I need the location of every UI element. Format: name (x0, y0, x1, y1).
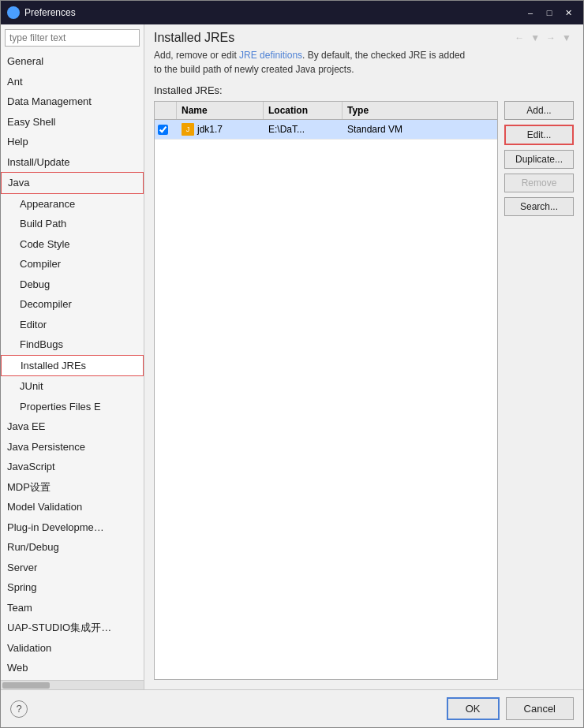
sidebar-item-model-validation[interactable]: Model Validation (1, 497, 144, 517)
nav-arrows: ← ▼ → ▼ (512, 31, 574, 45)
window-title: Preferences (24, 7, 522, 18)
sidebar-item-server[interactable]: Server (1, 558, 144, 578)
sidebar-item-decompiler[interactable]: Decompiler (1, 294, 144, 315)
sidebar-item-build-path[interactable]: Build Path (1, 214, 144, 234)
help-button[interactable]: ? (10, 700, 28, 718)
sidebar-item-validation[interactable]: Validation (1, 638, 144, 659)
sidebar-item-java-ee[interactable]: Java EE (1, 416, 144, 437)
sidebar-item-findbugs[interactable]: FindBugs (1, 334, 144, 355)
side-buttons: Add... Edit... Duplicate... Remove Searc… (498, 101, 574, 680)
sidebar-item-ant[interactable]: Ant (1, 72, 144, 92)
description-text: Add, remove or edit JRE definitions. By … (154, 48, 574, 77)
sidebar-item-java[interactable]: Java (1, 172, 144, 194)
jre-name: jdk1.7 (197, 124, 223, 135)
jre-table-header: Name Location Type (155, 102, 497, 120)
row-type: Standard VM (343, 121, 497, 138)
sidebar-item-run-debug[interactable]: Run/Debug (1, 537, 144, 558)
bottom-buttons: OK Cancel (447, 697, 574, 720)
sidebar-item-spring[interactable]: Spring (1, 577, 144, 598)
jre-checkbox[interactable] (158, 125, 168, 135)
sidebar-item-install-update[interactable]: Install/Update (1, 152, 144, 173)
edit-button[interactable]: Edit... (504, 125, 574, 145)
minimize-button[interactable]: – (522, 4, 539, 21)
search-button[interactable]: Search... (504, 197, 574, 216)
sidebar-item-junit[interactable]: JUnit (1, 376, 144, 397)
sidebar-item-code-style[interactable]: Code Style (1, 234, 144, 255)
sidebar-item-java-persistence[interactable]: Java Persistence (1, 437, 144, 457)
panel-title: Installed JREs (154, 31, 234, 45)
sidebar-item-appearance[interactable]: Appearance (1, 194, 144, 215)
sidebar-item-team[interactable]: Team (1, 598, 144, 618)
bottom-bar: ? OK Cancel (1, 689, 583, 727)
forward-arrow[interactable]: → (544, 31, 558, 45)
col-type[interactable]: Type (343, 102, 497, 119)
tree-container: GeneralAntData ManagementEasy ShellHelpI… (1, 51, 144, 680)
forward-dropdown[interactable]: ▼ (560, 31, 574, 45)
sidebar: GeneralAntData ManagementEasy ShellHelpI… (1, 24, 144, 689)
back-arrow[interactable]: ← (512, 31, 526, 45)
cancel-button[interactable]: Cancel (506, 697, 574, 720)
col-check (155, 102, 177, 119)
sidebar-item-editor[interactable]: Editor (1, 315, 144, 335)
col-location[interactable]: Location (264, 102, 343, 119)
sidebar-item-properties-files[interactable]: Properties Files E (1, 397, 144, 417)
sidebar-item-uap-studio[interactable]: UAP-STUDIO集成开… (1, 618, 144, 638)
sidebar-item-installed-jres[interactable]: Installed JREs (1, 355, 144, 377)
sidebar-item-javascript[interactable]: JavaScript (1, 457, 144, 477)
section-label: Installed JREs: (154, 84, 574, 96)
jre-table-body: J jdk1.7 E:\DaT... Standard VM (155, 120, 497, 679)
jre-table: Name Location Type J jdk1 (154, 101, 498, 680)
scrollbar-thumb[interactable] (2, 682, 50, 689)
maximize-button[interactable]: □ (541, 4, 558, 21)
col-name[interactable]: Name (177, 102, 264, 119)
sidebar-item-mdp[interactable]: MDP设置 (1, 477, 144, 498)
sidebar-item-compiler[interactable]: Compiler (1, 254, 144, 274)
preferences-window: Preferences – □ ✕ GeneralAntData Managem… (0, 0, 584, 728)
ok-button[interactable]: OK (447, 697, 500, 720)
sidebar-item-help[interactable]: Help (1, 132, 144, 152)
sidebar-item-easy-shell[interactable]: Easy Shell (1, 112, 144, 133)
filter-input[interactable] (5, 29, 140, 47)
jre-link[interactable]: JRE definitions (239, 50, 302, 61)
panel-body: Add, remove or edit JRE definitions. By … (144, 48, 583, 689)
sidebar-item-web[interactable]: Web (1, 658, 144, 678)
sidebar-scrollbar[interactable] (1, 680, 144, 689)
app-icon (7, 6, 20, 19)
right-panel: Installed JREs ← ▼ → ▼ Add, remove or ed… (144, 24, 583, 689)
sidebar-item-debug[interactable]: Debug (1, 274, 144, 295)
duplicate-button[interactable]: Duplicate... (504, 150, 574, 169)
table-row[interactable]: J jdk1.7 E:\DaT... Standard VM (155, 120, 497, 140)
remove-button[interactable]: Remove (504, 174, 574, 192)
row-name: J jdk1.7 (177, 120, 264, 139)
jre-icon: J (182, 123, 194, 136)
table-and-buttons: Name Location Type J jdk1 (154, 101, 574, 680)
close-button[interactable]: ✕ (560, 4, 577, 21)
sidebar-item-data-management[interactable]: Data Management (1, 91, 144, 112)
title-bar: Preferences – □ ✕ (1, 1, 583, 24)
back-dropdown[interactable]: ▼ (528, 31, 542, 45)
sidebar-item-plug-in-development[interactable]: Plug-in Developme… (1, 517, 144, 538)
panel-header: Installed JREs ← ▼ → ▼ (144, 24, 583, 48)
sidebar-item-general[interactable]: General (1, 51, 144, 72)
row-location: E:\DaT... (264, 121, 343, 138)
row-checkbox[interactable] (155, 121, 177, 138)
main-content: GeneralAntData ManagementEasy ShellHelpI… (1, 24, 583, 689)
add-button[interactable]: Add... (504, 101, 574, 120)
window-controls: – □ ✕ (522, 4, 577, 21)
